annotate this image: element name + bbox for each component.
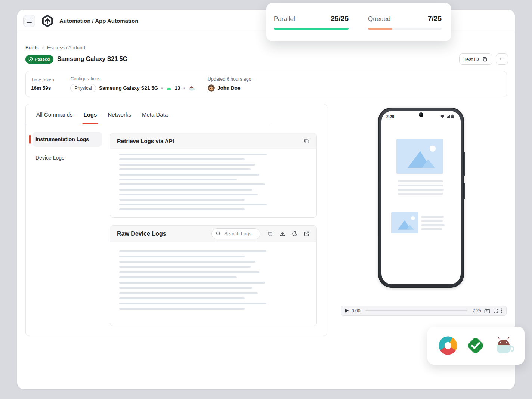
skeleton-line [119, 266, 251, 268]
nav-item-instrumentation-logs[interactable]: Instrumentation Logs [33, 132, 102, 147]
player-menu-button[interactable] [501, 308, 502, 313]
play-icon [345, 309, 349, 313]
skeleton-line [119, 189, 252, 191]
os-version: 13 [175, 85, 180, 91]
android-icon [166, 86, 172, 90]
device-list-item [391, 212, 445, 233]
skeleton-line [119, 276, 237, 278]
skeleton-line [398, 180, 443, 182]
skeleton-line [119, 174, 259, 176]
download-icon [279, 231, 285, 237]
dot-separator: · [183, 85, 185, 92]
device-text-lines [398, 180, 444, 195]
test-id-button[interactable]: Test ID [459, 53, 492, 65]
breadcrumb-builds[interactable]: Builds [25, 45, 38, 50]
nav-item-device-logs[interactable]: Device Logs [33, 150, 102, 165]
more-actions-button[interactable] [496, 53, 508, 65]
queued-value: 7/25 [428, 15, 442, 23]
skeleton-line [398, 185, 443, 186]
skeleton-line [119, 308, 245, 310]
search-logs-input[interactable] [223, 231, 256, 237]
fullscreen-button[interactable] [493, 308, 498, 313]
video-player: 0:00 2:25 [341, 306, 507, 316]
raw-log-skeleton [110, 242, 316, 310]
kebab-menu-icon [501, 308, 502, 313]
test-title-row: Passed Samsung Galaxy S21 5G Test ID [25, 53, 508, 65]
queued-stat: Queued 7/25 [368, 15, 442, 30]
moon-icon [292, 231, 297, 236]
device-image-placeholder-large [396, 139, 443, 174]
device-screen: 2:29 [381, 111, 461, 284]
pinwheel-framework-icon [438, 335, 458, 356]
skeleton-line [119, 282, 265, 284]
verified-check-icon [466, 335, 486, 356]
screenshot-button[interactable] [484, 308, 490, 313]
api-logs-panel-title: Retrieve Logs via API [117, 138, 174, 144]
copy-api-logs-button[interactable] [304, 138, 310, 144]
time-taken-label: Time taken [31, 77, 54, 83]
breadcrumb: Builds › Espresso Android [25, 45, 85, 50]
breadcrumb-build-name[interactable]: Espresso Android [47, 45, 85, 50]
espresso-cup-icon [188, 85, 195, 91]
api-logs-panel-header: Retrieve Logs via API [110, 133, 316, 149]
search-logs-box [211, 228, 260, 239]
parallel-bar [274, 28, 349, 30]
download-logs-button[interactable] [279, 231, 285, 237]
skeleton-line [398, 193, 443, 195]
tab-networks[interactable]: Networks [108, 104, 131, 124]
configurations-label: Configurations [70, 76, 195, 81]
page: Automation / App Automation Builds › Esp… [0, 0, 532, 399]
app-title: Automation / App Automation [59, 18, 138, 24]
queued-bar [368, 28, 442, 30]
test-id-label: Test ID [464, 56, 479, 62]
camera-icon [484, 308, 490, 313]
parallel-bar-fill [274, 28, 349, 30]
api-log-skeleton [110, 149, 316, 210]
skeleton-line [119, 287, 252, 289]
open-external-button[interactable] [304, 231, 310, 237]
device-kind-chip: Physical [70, 84, 96, 92]
tab-meta-data[interactable]: Meta Data [142, 104, 168, 124]
queued-label: Queued [368, 15, 391, 23]
app-logo-icon [41, 15, 54, 27]
seek-bar[interactable] [365, 310, 467, 311]
skeleton-line [119, 179, 237, 180]
current-time: 0:00 [352, 308, 360, 313]
skeleton-line [421, 224, 445, 226]
tab-logs[interactable]: Logs [84, 104, 97, 124]
skeleton-line [421, 228, 442, 230]
updated-column: Updated 6 hours ago John Doe [208, 77, 251, 92]
skeleton-line [119, 164, 255, 166]
skeleton-line [119, 183, 265, 185]
device-mockup: 2:29 [378, 108, 464, 288]
configurations-column: Configurations Physical Samsung Galaxy S… [70, 76, 195, 92]
tab-all-commands[interactable]: All Commands [36, 104, 73, 124]
espresso-framework-icon [493, 335, 514, 356]
log-type-nav: Instrumentation LogsDevice Logs [33, 132, 102, 165]
skeleton-line [421, 220, 443, 222]
device-clock: 2:29 [386, 114, 394, 119]
time-taken-value: 16m 59s [31, 85, 54, 91]
mountain-image-icon [396, 139, 443, 174]
search-icon [216, 231, 221, 236]
fullscreen-icon [493, 308, 498, 313]
dark-mode-button[interactable] [292, 231, 297, 236]
skeleton-line [119, 256, 245, 257]
play-button[interactable] [345, 309, 349, 313]
raw-logs-panel: Raw Device Logs [110, 225, 317, 326]
copy-raw-logs-button[interactable] [267, 231, 273, 237]
parallel-value: 25/25 [331, 15, 349, 23]
parallel-stat: Parallel 25/25 [274, 15, 349, 30]
duration: 2:25 [473, 308, 481, 313]
concurrency-widget: Parallel 25/25 Queued 7/25 [266, 3, 451, 41]
volume-button [464, 152, 466, 176]
time-taken-column: Time taken 16m 59s [31, 77, 54, 91]
queued-bar-fill [368, 28, 392, 30]
page-title: Samsung Galaxy S21 5G [57, 56, 127, 62]
skeleton-line [119, 194, 258, 195]
skeleton-line [119, 250, 266, 252]
skeleton-line [119, 158, 245, 160]
raw-logs-panel-header: Raw Device Logs [110, 226, 316, 242]
logs-content-card: All CommandsLogsNetworksMeta Data Instru… [25, 104, 327, 336]
menu-button[interactable] [23, 15, 35, 27]
